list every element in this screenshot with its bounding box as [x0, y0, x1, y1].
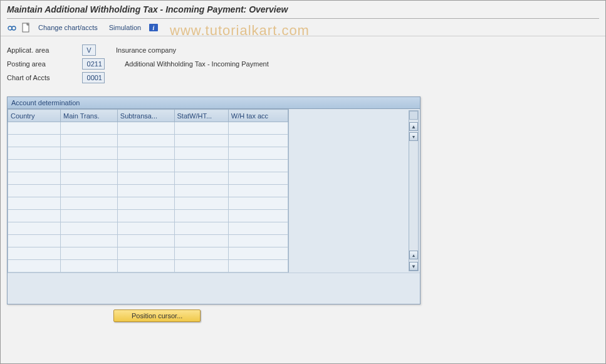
col-statwht[interactable]: StatW/HT...	[174, 110, 228, 122]
table-row[interactable]	[8, 235, 288, 247]
table-cell[interactable]	[228, 185, 288, 197]
table-cell[interactable]	[117, 172, 174, 185]
table-cell[interactable]	[61, 247, 118, 260]
table-row[interactable]	[8, 222, 288, 235]
col-wh-tax-acc[interactable]: W/H tax acc	[228, 110, 288, 122]
table-cell[interactable]	[228, 197, 288, 210]
table-cell[interactable]	[8, 260, 61, 273]
table-row[interactable]	[8, 247, 288, 260]
page-title: Maintain Additional Withholding Tax - In…	[7, 4, 288, 14]
position-cursor-button[interactable]: Position cursor...	[113, 309, 201, 322]
table-cell[interactable]	[61, 172, 118, 185]
table-cell[interactable]	[8, 122, 61, 135]
input-chart-of-accts[interactable]	[82, 72, 105, 83]
new-page-icon[interactable]	[21, 23, 31, 33]
table-cell[interactable]	[117, 185, 174, 197]
scroll-page-up-icon[interactable]: ▾	[409, 132, 418, 141]
table-cell[interactable]	[8, 197, 61, 210]
form-row-posting-area: Posting area Additional Withholding Tax …	[7, 58, 599, 70]
table-cell[interactable]	[8, 160, 61, 172]
table-cell[interactable]	[174, 235, 228, 247]
table-cell[interactable]	[61, 160, 118, 172]
table-row[interactable]	[8, 135, 288, 147]
account-grid[interactable]: Country Main Trans. Subtransa... StatW/H…	[8, 109, 288, 273]
table-row[interactable]	[8, 172, 288, 185]
table-cell[interactable]	[174, 135, 228, 147]
table-cell[interactable]	[228, 235, 288, 247]
table-cell[interactable]	[8, 185, 61, 197]
table-cell[interactable]	[174, 147, 228, 160]
table-cell[interactable]	[61, 222, 118, 235]
grid-filler: ▲ ▾ ▴ ▼	[288, 109, 420, 273]
table-cell[interactable]	[61, 135, 118, 147]
table-cell[interactable]	[8, 235, 61, 247]
table-cell[interactable]	[117, 235, 174, 247]
input-posting-area[interactable]	[82, 58, 105, 70]
input-applicat-area[interactable]	[82, 44, 96, 56]
table-cell[interactable]	[228, 135, 288, 147]
table-cell[interactable]	[8, 147, 61, 160]
table-row[interactable]	[8, 260, 288, 273]
table-cell[interactable]	[228, 247, 288, 260]
table-cell[interactable]	[174, 122, 228, 135]
vertical-scrollbar[interactable]: ▲ ▾ ▴ ▼	[409, 110, 419, 271]
scroll-page-down-icon[interactable]: ▴	[409, 251, 418, 259]
scroll-up-icon[interactable]: ▲	[409, 122, 418, 131]
table-cell[interactable]	[8, 135, 61, 147]
table-cell[interactable]	[61, 235, 118, 247]
table-cell[interactable]	[61, 210, 118, 222]
table-cell[interactable]	[61, 185, 118, 197]
table-cell[interactable]	[228, 260, 288, 273]
svg-text:i: i	[153, 24, 155, 31]
table-cell[interactable]	[174, 222, 228, 235]
table-cell[interactable]	[117, 197, 174, 210]
table-cell[interactable]	[228, 172, 288, 185]
col-subtransa[interactable]: Subtransa...	[117, 110, 174, 122]
change-chart-button[interactable]: Change chart/accts	[34, 24, 102, 31]
table-cell[interactable]	[61, 260, 118, 273]
table-cell[interactable]	[117, 135, 174, 147]
table-cell[interactable]	[174, 247, 228, 260]
table-cell[interactable]	[117, 210, 174, 222]
table-cell[interactable]	[61, 197, 118, 210]
table-cell[interactable]	[117, 247, 174, 260]
table-cell[interactable]	[117, 222, 174, 235]
table-cell[interactable]	[174, 172, 228, 185]
table-row[interactable]	[8, 185, 288, 197]
table-cell[interactable]	[61, 147, 118, 160]
form-area: Applicat. area Insurance company Posting…	[1, 36, 605, 91]
table-row[interactable]	[8, 122, 288, 135]
table-cell[interactable]	[61, 122, 118, 135]
table-cell[interactable]	[8, 210, 61, 222]
table-row[interactable]	[8, 210, 288, 222]
label-posting-area: Posting area	[7, 60, 82, 68]
table-row[interactable]	[8, 160, 288, 172]
table-cell[interactable]	[8, 222, 61, 235]
table-cell[interactable]	[8, 172, 61, 185]
table-row[interactable]	[8, 197, 288, 210]
panel-body: Country Main Trans. Subtransa... StatW/H…	[8, 109, 420, 273]
col-country[interactable]: Country	[8, 110, 61, 122]
simulation-button[interactable]: Simulation	[105, 24, 145, 31]
col-main-trans[interactable]: Main Trans.	[61, 110, 118, 122]
table-cell[interactable]	[174, 160, 228, 172]
table-cell[interactable]	[117, 160, 174, 172]
table-cell[interactable]	[117, 147, 174, 160]
table-cell[interactable]	[174, 197, 228, 210]
table-cell[interactable]	[228, 210, 288, 222]
table-cell[interactable]	[174, 210, 228, 222]
table-cell[interactable]	[228, 147, 288, 160]
table-cell[interactable]	[8, 247, 61, 260]
table-row[interactable]	[8, 147, 288, 160]
table-cell[interactable]	[174, 260, 228, 273]
glasses-icon[interactable]	[7, 23, 17, 33]
table-cell[interactable]	[228, 222, 288, 235]
table-cell[interactable]	[117, 260, 174, 273]
table-cell[interactable]	[228, 160, 288, 172]
panel-header: Account determination	[8, 97, 420, 109]
info-icon[interactable]: i	[149, 23, 159, 33]
scroll-down-icon[interactable]: ▼	[409, 262, 418, 271]
table-cell[interactable]	[117, 122, 174, 135]
table-cell[interactable]	[174, 185, 228, 197]
table-cell[interactable]	[228, 122, 288, 135]
